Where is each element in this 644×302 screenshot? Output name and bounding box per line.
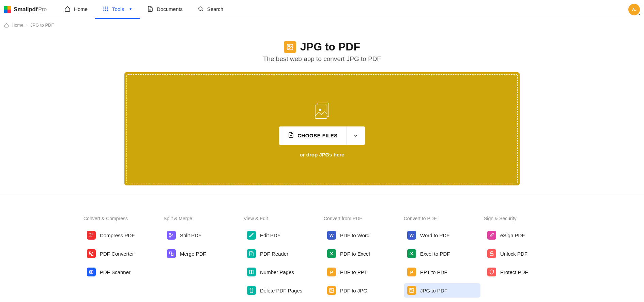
brand-text: SmallpdfPro (14, 6, 47, 13)
svg-rect-16 (92, 254, 93, 256)
tool-compress-pdf[interactable]: Compress PDF (83, 228, 160, 242)
svg-point-2 (107, 6, 108, 7)
category-label: Convert from PDF (324, 216, 400, 221)
tool-column-sign-security: Sign & Security eSign PDF Unlock PDF Pro… (484, 216, 561, 302)
chevron-down-icon: ▼ (129, 7, 132, 11)
brand-name: Smallpdf (14, 6, 37, 13)
tool-jpg-to-pdf[interactable]: JPG to PDF (404, 283, 480, 298)
nav-documents[interactable]: Documents (140, 0, 190, 19)
unlock-icon (487, 249, 496, 258)
search-icon (198, 6, 204, 12)
dropzone[interactable]: CHOOSE FILES or drop JPGs here (126, 74, 518, 183)
tool-label: Merge PDF (180, 251, 206, 257)
word-icon: W (327, 231, 336, 240)
tool-pdf-scanner[interactable]: PDF Scanner (83, 265, 160, 279)
tool-esign-pdf[interactable]: eSign PDF (484, 228, 561, 242)
tool-split-pdf[interactable]: Split PDF (164, 228, 240, 242)
excel-icon: X (327, 249, 336, 258)
svg-rect-21 (170, 252, 171, 254)
tool-pdf-to-excel[interactable]: X PDF to Excel (324, 246, 400, 261)
tool-label: Split PDF (180, 232, 201, 238)
delete-icon (247, 286, 256, 295)
tool-edit-pdf[interactable]: Edit PDF (244, 228, 320, 242)
tool-label: Delete PDF Pages (260, 288, 302, 293)
svg-point-14 (319, 109, 321, 110)
tool-label: PDF Reader (260, 251, 288, 257)
tool-label: PDF to Excel (340, 251, 370, 257)
svg-point-4 (105, 9, 106, 10)
choose-files-button[interactable]: CHOOSE FILES (279, 126, 347, 145)
ppt-icon: P (407, 268, 416, 276)
jpg-icon (327, 286, 336, 295)
tool-ppt-to-pdf[interactable]: P PPT to PDF (404, 265, 480, 279)
header: SmallpdfPro Home Tools ▼ Documents (0, 0, 644, 19)
page-subtitle: The best web app to convert JPG to PDF (0, 55, 644, 63)
sign-icon (487, 231, 496, 240)
home-icon (64, 6, 71, 12)
svg-rect-24 (252, 270, 254, 274)
tool-label: PDF to PPT (340, 269, 367, 275)
svg-rect-15 (90, 252, 91, 254)
choose-files-group: CHOOSE FILES (279, 126, 365, 145)
tool-pdf-converter[interactable]: PDF Converter (83, 246, 160, 261)
tool-pdf-to-word[interactable]: W PDF to Word (324, 228, 400, 242)
svg-point-20 (169, 236, 171, 237)
svg-rect-17 (90, 271, 93, 273)
svg-point-28 (411, 289, 412, 290)
tool-pdf-reader[interactable]: PDF Reader (244, 246, 320, 261)
nav-home-label: Home (74, 6, 88, 12)
word-icon: W (407, 231, 416, 240)
brand-suffix: Pro (38, 6, 47, 12)
tool-unlock-pdf[interactable]: Unlock PDF (484, 246, 561, 261)
svg-point-18 (91, 271, 92, 273)
nav-documents-label: Documents (157, 6, 183, 12)
tool-delete-pages[interactable]: Delete PDF Pages (244, 283, 320, 298)
choose-files-dropdown[interactable] (347, 126, 365, 145)
split-icon (167, 231, 176, 240)
tool-excel-to-pdf[interactable]: X Excel to PDF (404, 246, 480, 261)
dropzone-hint: or drop JPGs here (300, 152, 344, 157)
svg-rect-23 (250, 270, 251, 274)
grid-icon (103, 6, 109, 12)
nav-search-label: Search (207, 6, 224, 12)
reader-icon (247, 249, 256, 258)
breadcrumb-home[interactable]: Home (12, 22, 24, 28)
nav-home[interactable]: Home (57, 0, 95, 19)
hero: JPG to PDF The best web app to convert J… (0, 41, 644, 63)
merge-icon (167, 249, 176, 258)
main-nav: Home Tools ▼ Documents Search (57, 0, 231, 19)
tool-label: eSign PDF (500, 232, 525, 238)
compress-icon (87, 231, 96, 240)
nav-tools-label: Tools (112, 6, 124, 12)
svg-point-8 (107, 10, 108, 11)
category-label: View & Edit (244, 216, 320, 221)
logo[interactable]: SmallpdfPro (4, 6, 47, 13)
tool-label: Compress PDF (100, 232, 135, 238)
tool-protect-pdf[interactable]: Protect PDF (484, 265, 561, 279)
tool-pdf-to-jpg[interactable]: PDF to JPG (324, 283, 400, 298)
image-stack-icon (312, 101, 332, 120)
tool-label: PDF to JPG (340, 288, 367, 293)
tools-section: Convert & Compress Compress PDF PDF Conv… (0, 195, 644, 302)
svg-point-7 (105, 10, 106, 11)
svg-point-6 (103, 10, 104, 11)
nav-search[interactable]: Search (190, 0, 231, 19)
excel-icon: X (407, 249, 416, 258)
svg-point-11 (288, 45, 290, 47)
tool-column-from-pdf: Convert from PDF W PDF to Word X PDF to … (324, 216, 400, 302)
tool-pdf-to-ppt[interactable]: P PDF to PPT (324, 265, 400, 279)
category-label: Split & Merge (164, 216, 240, 221)
dropzone-container: CHOOSE FILES or drop JPGs here (124, 72, 520, 185)
scanner-icon (87, 268, 96, 276)
number-icon (247, 268, 256, 276)
user-menu[interactable]: A. ▼ (628, 4, 640, 15)
tool-word-to-pdf[interactable]: W Word to PDF (404, 228, 480, 242)
nav-tools[interactable]: Tools ▼ (95, 0, 140, 19)
svg-rect-29 (490, 253, 493, 256)
tool-number-pages[interactable]: Number Pages (244, 265, 320, 279)
tool-merge-pdf[interactable]: Merge PDF (164, 246, 240, 261)
svg-point-26 (331, 289, 332, 290)
avatar-initials: A. (632, 7, 636, 12)
svg-point-3 (103, 9, 104, 10)
svg-point-19 (169, 233, 171, 235)
